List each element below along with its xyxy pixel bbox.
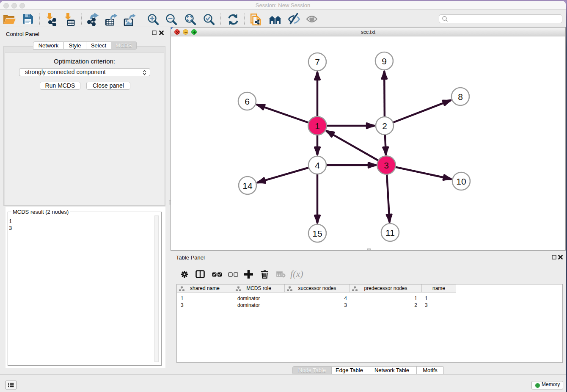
svg-text:10: 10 — [456, 177, 466, 186]
svg-text:1: 1 — [315, 121, 320, 131]
svg-text:4: 4 — [315, 160, 320, 170]
svg-text:3: 3 — [384, 160, 389, 170]
svg-text:9: 9 — [382, 56, 387, 66]
svg-text:7: 7 — [315, 57, 320, 67]
svg-text:11: 11 — [385, 228, 395, 237]
svg-text:14: 14 — [242, 181, 253, 190]
svg-text:8: 8 — [458, 92, 463, 102]
svg-text:15: 15 — [312, 229, 322, 238]
svg-text:6: 6 — [245, 97, 250, 106]
svg-text:2: 2 — [382, 121, 387, 131]
